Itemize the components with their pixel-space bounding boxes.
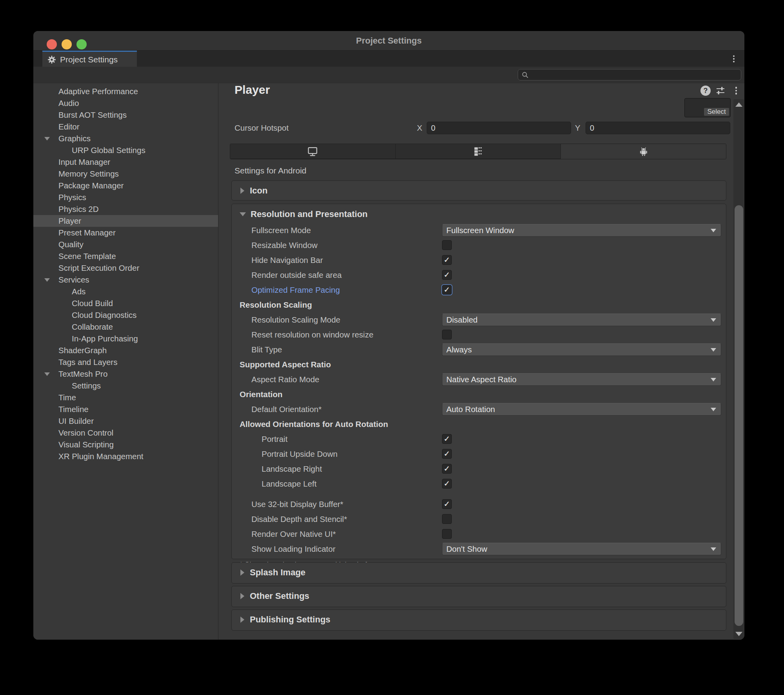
dropdown-value: Always xyxy=(446,344,472,356)
panel-kebab-menu-icon[interactable] xyxy=(731,86,741,96)
dropdown-caret-icon xyxy=(711,547,716,551)
render-over-native-ui-checkbox[interactable] xyxy=(442,529,452,539)
use-32-bit-display-buffer-checkbox[interactable] xyxy=(442,499,452,509)
sidebar-item-label: UI Builder xyxy=(58,415,94,427)
reset-resolution-on-window-resize-checkbox[interactable] xyxy=(442,330,452,339)
scroll-up-arrow-icon[interactable] xyxy=(733,99,744,109)
other-settings-foldout-header[interactable]: Other Settings xyxy=(232,586,726,606)
sidebar-item-quality[interactable]: Quality xyxy=(33,239,218,250)
resolution-presentation-header[interactable]: Resolution and Presentation xyxy=(232,206,726,223)
fullscreen-mode-dropdown[interactable]: Fullscreen Window xyxy=(442,224,721,237)
sidebar-item-editor[interactable]: Editor xyxy=(33,121,218,133)
player-panel: Player ? Select xyxy=(219,83,744,640)
aspect-ratio-mode-label: Aspect Ratio Mode xyxy=(251,372,319,387)
scroll-down-arrow-icon[interactable] xyxy=(733,629,744,639)
sidebar-item-label: Adaptive Performance xyxy=(58,86,138,97)
row-render-over-native-ui: Render Over Native UI* xyxy=(232,527,726,542)
sidebar-item-memory-settings[interactable]: Memory Settings xyxy=(33,168,218,180)
window-titlebar[interactable]: Project Settings xyxy=(33,31,744,50)
sidebar-item-cloud-build[interactable]: Cloud Build xyxy=(33,297,218,309)
sidebar-item-package-manager[interactable]: Package Manager xyxy=(33,180,218,192)
sidebar-item-physics-2d[interactable]: Physics 2D xyxy=(33,203,218,215)
sidebar-item-collaborate[interactable]: Collaborate xyxy=(33,321,218,333)
show-loading-indicator-dropdown[interactable]: Don't Show xyxy=(442,543,721,555)
sidebar-item-urp-global-settings[interactable]: URP Global Settings xyxy=(33,144,218,156)
foldout-expanded-arrow-icon[interactable] xyxy=(44,278,50,282)
icon-foldout-header[interactable]: Icon xyxy=(232,181,726,201)
sidebar-item-time[interactable]: Time xyxy=(33,392,218,403)
sidebar-item-visual-scripting[interactable]: Visual Scripting xyxy=(33,439,218,451)
sidebar-item-ads[interactable]: Ads xyxy=(33,286,218,297)
gear-icon xyxy=(47,55,56,64)
resolution-scaling-mode-dropdown[interactable]: Disabled xyxy=(442,314,721,326)
default-orientation-dropdown[interactable]: Auto Rotation xyxy=(442,403,721,416)
sidebar-item-xr-plugin-management[interactable]: XR Plugin Management xyxy=(33,451,218,462)
allowed-orientations-for-auto-rotation-label: Allowed Orientations for Auto Rotation xyxy=(240,417,388,432)
optimized-frame-pacing-label[interactable]: Optimized Frame Pacing xyxy=(251,283,340,297)
render-over-native-ui-label: Render Over Native UI* xyxy=(251,527,336,542)
sidebar-item-in-app-purchasing[interactable]: In-App Purchasing xyxy=(33,333,218,345)
landscape-left-checkbox[interactable] xyxy=(442,479,452,489)
splash-image-foldout-label: Splash Image xyxy=(250,567,306,578)
portrait-upside-down-checkbox[interactable] xyxy=(442,449,452,459)
hotspot-x-field[interactable]: 0 xyxy=(427,122,571,134)
sidebar-item-input-manager[interactable]: Input Manager xyxy=(33,156,218,168)
disable-depth-and-stencil-checkbox[interactable] xyxy=(442,514,452,524)
hotspot-y-field[interactable]: 0 xyxy=(586,122,730,134)
platform-tab-android[interactable] xyxy=(561,144,726,159)
dropdown-value: Native Aspect Ratio xyxy=(446,374,517,385)
sidebar-item-timeline[interactable]: Timeline xyxy=(33,403,218,415)
foldout-expanded-arrow-icon[interactable] xyxy=(44,137,50,140)
optimized-frame-pacing-checkbox[interactable] xyxy=(442,285,452,295)
sidebar-item-textmesh-pro[interactable]: TextMesh Pro xyxy=(33,368,218,380)
sidebar-item-burst-aot-settings[interactable]: Burst AOT Settings xyxy=(33,109,218,121)
portrait-checkbox[interactable] xyxy=(442,434,452,444)
sidebar-item-shadergraph[interactable]: ShaderGraph xyxy=(33,345,218,356)
sidebar-item-graphics[interactable]: Graphics xyxy=(33,133,218,144)
sidebar-item-version-control[interactable]: Version Control xyxy=(33,427,218,439)
foldout-expanded-arrow-icon[interactable] xyxy=(44,372,50,376)
row-resolution-scaling-mode: Resolution Scaling ModeDisabled xyxy=(232,312,726,327)
hide-navigation-bar-checkbox[interactable] xyxy=(442,255,452,265)
sidebar-item-audio[interactable]: Audio xyxy=(33,97,218,109)
select-cursor-button[interactable]: Select xyxy=(704,108,729,116)
splash-image-foldout-header[interactable]: Splash Image xyxy=(232,563,726,582)
sidebar-item-script-execution-order[interactable]: Script Execution Order xyxy=(33,262,218,274)
sidebar-item-label: Graphics xyxy=(58,133,91,144)
screenshot-root: Project Settings xyxy=(0,0,784,695)
sidebar-item-settings[interactable]: Settings xyxy=(33,380,218,392)
scrollbar-thumb[interactable] xyxy=(735,205,743,626)
publishing-settings-foldout-header[interactable]: Publishing Settings xyxy=(232,610,726,629)
search-field[interactable] xyxy=(518,69,741,80)
presets-icon[interactable] xyxy=(715,86,726,96)
sidebar-item-adaptive-performance[interactable]: Adaptive Performance xyxy=(33,86,218,97)
sidebar-item-cloud-diagnostics[interactable]: Cloud Diagnostics xyxy=(33,309,218,321)
resolution-scaling-mode-label: Resolution Scaling Mode xyxy=(251,312,340,327)
platform-tab-dedicated-server[interactable] xyxy=(396,144,561,159)
platform-tab-desktop[interactable] xyxy=(230,144,396,159)
sidebar-item-services[interactable]: Services xyxy=(33,274,218,286)
landscape-right-checkbox[interactable] xyxy=(442,464,452,474)
aspect-ratio-mode-dropdown[interactable]: Native Aspect Ratio xyxy=(442,373,721,386)
vertical-scrollbar[interactable] xyxy=(733,99,744,639)
sidebar-item-ui-builder[interactable]: UI Builder xyxy=(33,415,218,427)
sidebar-item-tags-and-layers[interactable]: Tags and Layers xyxy=(33,356,218,368)
render-outside-safe-area-checkbox[interactable] xyxy=(442,270,452,280)
tabbar-kebab-menu-icon[interactable] xyxy=(729,54,738,64)
tab-project-settings-label: Project Settings xyxy=(60,55,118,64)
other-settings-foldout-label: Other Settings xyxy=(250,591,309,601)
sidebar-item-preset-manager[interactable]: Preset Manager xyxy=(33,227,218,239)
sidebar-item-player[interactable]: Player xyxy=(33,215,218,227)
search-input[interactable] xyxy=(531,70,741,79)
sidebar-item-physics[interactable]: Physics xyxy=(33,192,218,203)
row-fullscreen-mode: Fullscreen ModeFullscreen Window xyxy=(232,223,726,238)
tab-project-settings[interactable]: Project Settings xyxy=(42,51,137,67)
default-cursor-texture-well[interactable]: Select xyxy=(684,98,731,117)
blit-type-dropdown[interactable]: Always xyxy=(442,343,721,356)
blit-type-label: Blit Type xyxy=(251,342,282,357)
help-icon[interactable]: ? xyxy=(700,86,711,96)
row-allowed-orientations-for-auto-rotation: Allowed Orientations for Auto Rotation xyxy=(232,417,726,432)
android-icon xyxy=(638,146,649,157)
sidebar-item-scene-template[interactable]: Scene Template xyxy=(33,250,218,262)
resizable-window-checkbox[interactable] xyxy=(442,240,452,250)
